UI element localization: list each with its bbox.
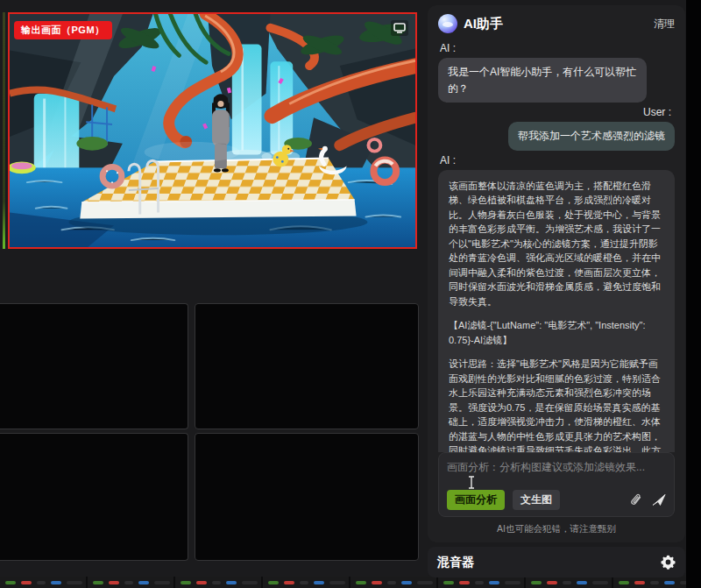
attachment-paperclip-icon[interactable] — [630, 493, 643, 507]
send-icon[interactable] — [652, 493, 666, 507]
channel-group[interactable] — [263, 577, 350, 588]
user-role-label: User : — [440, 106, 671, 118]
channel-group[interactable] — [0, 577, 88, 588]
analysis-paragraph: 设计思路：选择"电影艺术"风格是因为它能赋予画面戏剧性的光影对比和细腻的色彩过渡… — [449, 357, 664, 452]
pgm-output-badge: 输出画面（PGM） — [14, 21, 112, 39]
ai-analysis-message: 该画面整体以清凉的蓝色调为主，搭配橙红色滑梯、绿色植被和棋盘格平台，形成强烈的冷… — [438, 170, 675, 452]
ai-role-label: AI : — [440, 42, 675, 54]
chat-input[interactable] — [447, 460, 666, 483]
ai-role-label: AI : — [440, 154, 675, 166]
mixer-title: 混音器 — [437, 555, 474, 570]
clear-chat-button[interactable]: 清理 — [654, 17, 675, 32]
channel-group[interactable] — [350, 577, 438, 588]
pgm-video-preview[interactable]: 输出画面（PGM） — [8, 12, 417, 249]
channel-group[interactable] — [88, 577, 175, 588]
panel-title: AI助手 — [464, 16, 503, 32]
filter-command-line: 【AI滤镜-{"LutName": "电影艺术", "Instensity": … — [449, 318, 664, 347]
mixer-settings-gear-icon[interactable] — [661, 555, 676, 570]
ai-greeting-message: 我是一个AI智能小助手，有什么可以帮忙的？ — [438, 58, 647, 103]
mixer-channel-strip[interactable] — [0, 577, 701, 588]
chat-header: AI助手 清理 — [438, 14, 675, 33]
waterpark-scene-image — [10, 14, 415, 247]
window-edge — [686, 0, 701, 588]
chat-message-list: AI : 我是一个AI智能小助手，有什么可以帮忙的？ User : 帮我添加一个… — [438, 39, 675, 452]
text-to-image-button[interactable]: 文生图 — [513, 490, 560, 510]
source-slot-4[interactable] — [195, 433, 419, 561]
analysis-paragraph: 该画面整体以清凉的蓝色调为主，搭配橙红色滑梯、绿色植被和棋盘格平台，形成强烈的冷… — [449, 179, 664, 309]
audio-level-meter — [3, 12, 5, 249]
source-slot-3[interactable] — [0, 433, 188, 561]
channel-group[interactable] — [526, 577, 613, 588]
source-slot-2[interactable] — [195, 303, 419, 429]
fullscreen-monitor-icon[interactable] — [391, 20, 408, 36]
mixer-bar: 混音器 — [428, 547, 685, 577]
ai-assistant-panel: AI助手 清理 AI : 我是一个AI智能小助手，有什么可以帮忙的？ User … — [428, 5, 685, 542]
ai-assistant-icon — [438, 14, 457, 33]
channel-group[interactable] — [438, 577, 526, 588]
app-window: 输出画面（PGM） AI助手 清理 AI : 我是一个AI智能小助手 — [0, 0, 701, 588]
chat-composer: 画面分析 文生图 — [438, 452, 675, 517]
source-slot-1[interactable] — [0, 303, 188, 429]
channel-group[interactable] — [175, 577, 263, 588]
ai-disclaimer-text: AI也可能会犯错，请注意甄别 — [438, 523, 675, 535]
user-message: 帮我添加一个艺术感强烈的滤镜 — [508, 122, 675, 151]
scene-analysis-button[interactable]: 画面分析 — [447, 490, 505, 510]
text-cursor — [467, 476, 476, 492]
